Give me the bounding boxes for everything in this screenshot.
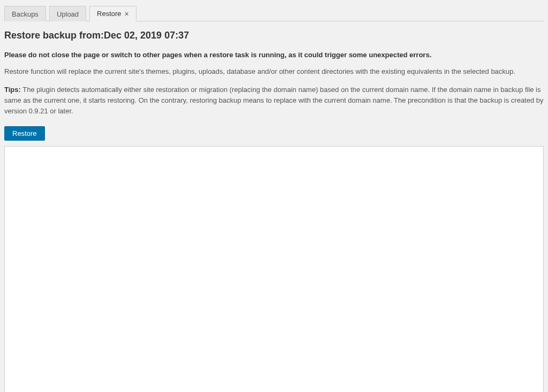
restore-button[interactable]: Restore bbox=[4, 126, 45, 141]
tab-content: Restore backup from:Dec 02, 2019 07:37 P… bbox=[4, 21, 544, 392]
restore-output-panel bbox=[4, 146, 544, 392]
description-message: Restore function will replace the curren… bbox=[4, 66, 544, 77]
tab-upload[interactable]: Upload bbox=[49, 6, 86, 21]
page-title: Restore backup from:Dec 02, 2019 07:37 bbox=[4, 30, 544, 41]
tips-label: Tips: bbox=[4, 86, 21, 94]
tab-restore[interactable]: Restore × bbox=[89, 6, 136, 21]
title-prefix: Restore backup from: bbox=[4, 30, 104, 41]
tab-label: Upload bbox=[57, 10, 79, 18]
tab-backups[interactable]: Backups bbox=[4, 6, 46, 21]
tips-message: Tips: The plugin detects automatically e… bbox=[4, 84, 544, 117]
warning-message: Please do not close the page or switch t… bbox=[4, 51, 544, 59]
tab-label: Restore bbox=[97, 10, 121, 18]
tab-label: Backups bbox=[12, 10, 39, 18]
title-date: Dec 02, 2019 07:37 bbox=[104, 30, 189, 41]
close-icon[interactable]: × bbox=[125, 10, 129, 18]
tabs-bar: Backups Upload Restore × bbox=[4, 4, 544, 21]
tips-body: The plugin detects automatically either … bbox=[4, 86, 544, 115]
